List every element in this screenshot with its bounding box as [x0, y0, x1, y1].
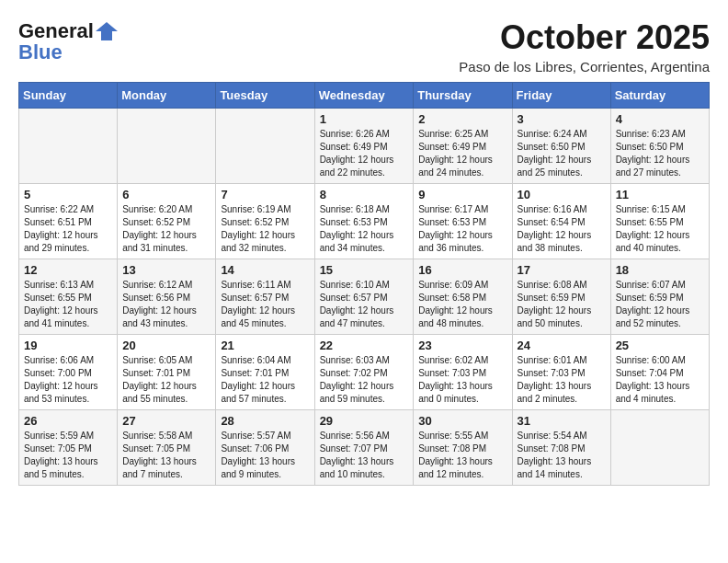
day-number: 31 [518, 414, 606, 428]
calendar-cell: 2Sunrise: 6:25 AM Sunset: 6:49 PM Daylig… [414, 109, 512, 184]
day-header-wednesday: Wednesday [314, 83, 414, 109]
calendar-cell: 18Sunrise: 6:07 AM Sunset: 6:59 PM Dayli… [610, 259, 709, 335]
location-subtitle: Paso de los Libres, Corrientes, Argentin… [459, 59, 710, 75]
day-content: Sunrise: 5:56 AM Sunset: 7:07 PM Dayligh… [320, 430, 409, 481]
calendar-cell: 20Sunrise: 6:05 AM Sunset: 7:01 PM Dayli… [118, 335, 216, 410]
calendar-cell: 14Sunrise: 6:11 AM Sunset: 6:57 PM Dayli… [216, 259, 314, 335]
day-number: 14 [221, 263, 309, 277]
calendar-table: SundayMondayTuesdayWednesdayThursdayFrid… [18, 82, 710, 486]
calendar-cell: 8Sunrise: 6:18 AM Sunset: 6:53 PM Daylig… [314, 184, 414, 259]
day-content: Sunrise: 6:08 AM Sunset: 6:59 PM Dayligh… [518, 279, 606, 330]
day-number: 27 [122, 414, 210, 428]
day-content: Sunrise: 6:22 AM Sunset: 6:51 PM Dayligh… [24, 203, 112, 255]
day-content: Sunrise: 6:16 AM Sunset: 6:54 PM Dayligh… [518, 203, 606, 255]
day-content: Sunrise: 6:18 AM Sunset: 6:53 PM Dayligh… [320, 203, 409, 255]
day-number: 18 [616, 263, 704, 277]
day-content: Sunrise: 6:04 AM Sunset: 7:01 PM Dayligh… [221, 354, 309, 406]
day-content: Sunrise: 5:58 AM Sunset: 7:05 PM Dayligh… [122, 430, 210, 481]
calendar-cell: 5Sunrise: 6:22 AM Sunset: 6:51 PM Daylig… [19, 184, 118, 259]
day-number: 13 [122, 263, 210, 277]
day-number: 9 [418, 188, 506, 201]
day-number: 12 [24, 263, 112, 277]
day-content: Sunrise: 6:09 AM Sunset: 6:58 PM Dayligh… [418, 279, 506, 330]
day-number: 22 [320, 339, 409, 352]
calendar-header-row: SundayMondayTuesdayWednesdayThursdayFrid… [19, 83, 710, 109]
calendar-cell: 29Sunrise: 5:56 AM Sunset: 7:07 PM Dayli… [314, 410, 414, 486]
calendar-cell: 15Sunrise: 6:10 AM Sunset: 6:57 PM Dayli… [314, 259, 414, 335]
calendar-cell [118, 109, 216, 184]
day-number: 1 [320, 112, 409, 126]
calendar-cell [610, 410, 709, 486]
day-header-friday: Friday [512, 83, 610, 109]
day-header-thursday: Thursday [414, 83, 512, 109]
calendar-cell: 23Sunrise: 6:02 AM Sunset: 7:03 PM Dayli… [414, 335, 512, 410]
day-content: Sunrise: 6:12 AM Sunset: 6:56 PM Dayligh… [122, 279, 210, 330]
calendar-cell: 17Sunrise: 6:08 AM Sunset: 6:59 PM Dayli… [512, 259, 610, 335]
day-number: 16 [418, 263, 506, 277]
day-number: 4 [616, 112, 704, 126]
calendar-week-1: 1Sunrise: 6:26 AM Sunset: 6:49 PM Daylig… [19, 109, 710, 184]
page-header: General Blue October 2025 Paso de los Li… [18, 18, 710, 75]
day-content: Sunrise: 6:24 AM Sunset: 6:50 PM Dayligh… [518, 128, 606, 179]
calendar-week-4: 19Sunrise: 6:06 AM Sunset: 7:00 PM Dayli… [19, 335, 710, 410]
calendar-cell [19, 109, 118, 184]
day-content: Sunrise: 6:05 AM Sunset: 7:01 PM Dayligh… [122, 354, 210, 406]
day-number: 29 [320, 414, 409, 428]
calendar-cell: 3Sunrise: 6:24 AM Sunset: 6:50 PM Daylig… [512, 109, 610, 184]
day-number: 17 [518, 263, 606, 277]
day-number: 21 [221, 339, 309, 352]
day-content: Sunrise: 6:17 AM Sunset: 6:53 PM Dayligh… [418, 203, 506, 255]
calendar-cell: 21Sunrise: 6:04 AM Sunset: 7:01 PM Dayli… [216, 335, 314, 410]
day-number: 3 [518, 112, 606, 126]
title-block: October 2025 Paso de los Libres, Corrien… [459, 18, 710, 75]
calendar-cell: 26Sunrise: 5:59 AM Sunset: 7:05 PM Dayli… [19, 410, 118, 486]
logo: General Blue [18, 18, 119, 64]
calendar-week-2: 5Sunrise: 6:22 AM Sunset: 6:51 PM Daylig… [19, 184, 710, 259]
calendar-cell: 31Sunrise: 5:54 AM Sunset: 7:08 PM Dayli… [512, 410, 610, 486]
calendar-cell: 12Sunrise: 6:13 AM Sunset: 6:55 PM Dayli… [19, 259, 118, 335]
day-content: Sunrise: 6:19 AM Sunset: 6:52 PM Dayligh… [221, 203, 309, 255]
day-content: Sunrise: 5:54 AM Sunset: 7:08 PM Dayligh… [518, 430, 606, 481]
calendar-cell: 4Sunrise: 6:23 AM Sunset: 6:50 PM Daylig… [610, 109, 709, 184]
day-content: Sunrise: 5:57 AM Sunset: 7:06 PM Dayligh… [221, 430, 309, 481]
day-header-saturday: Saturday [610, 83, 709, 109]
day-content: Sunrise: 5:55 AM Sunset: 7:08 PM Dayligh… [418, 430, 506, 481]
day-number: 24 [518, 339, 606, 352]
day-content: Sunrise: 6:07 AM Sunset: 6:59 PM Dayligh… [616, 279, 704, 330]
day-number: 10 [518, 188, 606, 201]
calendar-cell: 16Sunrise: 6:09 AM Sunset: 6:58 PM Dayli… [414, 259, 512, 335]
day-number: 26 [24, 414, 112, 428]
calendar-cell: 1Sunrise: 6:26 AM Sunset: 6:49 PM Daylig… [314, 109, 414, 184]
day-header-monday: Monday [118, 83, 216, 109]
calendar-cell: 24Sunrise: 6:01 AM Sunset: 7:03 PM Dayli… [512, 335, 610, 410]
day-content: Sunrise: 6:25 AM Sunset: 6:49 PM Dayligh… [418, 128, 506, 179]
calendar-cell: 30Sunrise: 5:55 AM Sunset: 7:08 PM Dayli… [414, 410, 512, 486]
calendar-cell: 22Sunrise: 6:03 AM Sunset: 7:02 PM Dayli… [314, 335, 414, 410]
day-header-tuesday: Tuesday [216, 83, 314, 109]
day-content: Sunrise: 6:23 AM Sunset: 6:50 PM Dayligh… [616, 128, 704, 179]
day-content: Sunrise: 6:00 AM Sunset: 7:04 PM Dayligh… [616, 354, 704, 406]
day-number: 8 [320, 188, 409, 201]
calendar-cell: 9Sunrise: 6:17 AM Sunset: 6:53 PM Daylig… [414, 184, 512, 259]
day-header-sunday: Sunday [19, 83, 118, 109]
logo-icon [94, 18, 119, 44]
day-number: 28 [221, 414, 309, 428]
calendar-cell: 27Sunrise: 5:58 AM Sunset: 7:05 PM Dayli… [118, 410, 216, 486]
day-content: Sunrise: 6:11 AM Sunset: 6:57 PM Dayligh… [221, 279, 309, 330]
calendar-cell: 19Sunrise: 6:06 AM Sunset: 7:00 PM Dayli… [19, 335, 118, 410]
day-number: 5 [24, 188, 112, 201]
day-number: 2 [418, 112, 506, 126]
calendar-week-3: 12Sunrise: 6:13 AM Sunset: 6:55 PM Dayli… [19, 259, 710, 335]
day-number: 20 [122, 339, 210, 352]
day-content: Sunrise: 6:01 AM Sunset: 7:03 PM Dayligh… [518, 354, 606, 406]
svg-marker-0 [96, 22, 118, 40]
calendar-cell: 7Sunrise: 6:19 AM Sunset: 6:52 PM Daylig… [216, 184, 314, 259]
calendar-cell: 6Sunrise: 6:20 AM Sunset: 6:52 PM Daylig… [118, 184, 216, 259]
day-content: Sunrise: 6:26 AM Sunset: 6:49 PM Dayligh… [320, 128, 409, 179]
day-number: 25 [616, 339, 704, 352]
day-content: Sunrise: 6:02 AM Sunset: 7:03 PM Dayligh… [418, 354, 506, 406]
day-number: 19 [24, 339, 112, 352]
calendar-cell: 13Sunrise: 6:12 AM Sunset: 6:56 PM Dayli… [118, 259, 216, 335]
calendar-cell: 28Sunrise: 5:57 AM Sunset: 7:06 PM Dayli… [216, 410, 314, 486]
calendar-cell [216, 109, 314, 184]
